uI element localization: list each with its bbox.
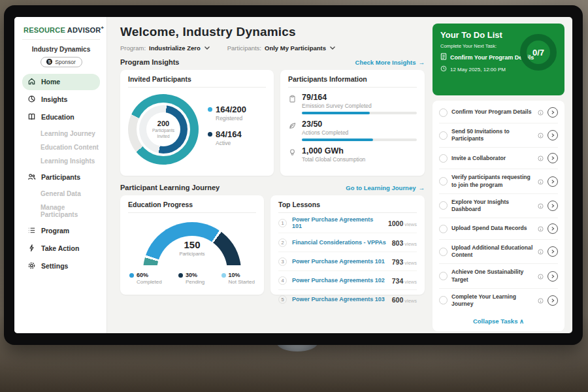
task-checkbox[interactable] [439, 248, 448, 256]
lesson-rank: 5 [278, 295, 287, 304]
sidebar-item-label: Program [41, 227, 69, 235]
info-icon[interactable] [538, 106, 544, 118]
sidebar-item-learning-insights[interactable]: Learning Insights [22, 154, 100, 168]
brand-secondary: ADVISOR [67, 26, 101, 34]
main-content: Welcome, Industry Dynamics Program: Indu… [107, 17, 433, 333]
gear-icon [27, 261, 36, 271]
info-icon[interactable] [538, 129, 544, 141]
views-suffix: views [404, 298, 417, 304]
lesson-rank: 2 [278, 238, 287, 247]
sidebar-item-general-data[interactable]: General Data [22, 187, 100, 201]
lesson-rank: 3 [278, 257, 287, 266]
sidebar-item-participants[interactable]: Participants [22, 169, 100, 186]
task-go-button[interactable] [547, 246, 558, 257]
learning-journey-header: Participant Learning Journey Go to Learn… [120, 184, 425, 191]
lesson-link[interactable]: Power Purchase Agreements 103 [292, 296, 387, 302]
info-icon[interactable] [538, 176, 544, 188]
sidebar-item-education-content[interactable]: Education Content [22, 140, 100, 154]
stat-value: 1,000 GWh [302, 146, 365, 155]
clock-icon [440, 65, 447, 73]
legend-registered: 164/200 Registered [208, 105, 246, 122]
task-checkbox[interactable] [439, 225, 448, 233]
task-checkbox[interactable] [439, 272, 448, 280]
task-go-button[interactable] [547, 130, 558, 140]
task-label: Verify participants requesting to join t… [451, 174, 534, 188]
task-go-button[interactable] [547, 201, 558, 211]
todo-task-list: Confirm Your Program Details Send 50 Inv… [433, 101, 564, 331]
brand-primary: RESOURCE [24, 26, 65, 34]
sidebar-item-learning-journey[interactable]: Learning Journey [22, 127, 100, 140]
lesson-link[interactable]: Power Purchase Agreements 102 [292, 277, 387, 284]
task-go-button[interactable] [547, 271, 558, 282]
arrow-right-icon: → [419, 59, 425, 66]
collapse-tasks-link[interactable]: Collapse Tasks ∧ [439, 312, 558, 329]
task-checkbox[interactable] [439, 108, 448, 117]
card-title: Top Lessons [278, 201, 417, 213]
task-go-button[interactable] [547, 107, 558, 118]
program-filter[interactable]: Program: Industrialize Zero [120, 44, 210, 52]
go-to-learning-journey-link[interactable]: Go to Learning Journey → [346, 184, 425, 191]
task-checkbox[interactable] [439, 177, 448, 186]
todo-due-time: 12 May 2025, 12:00 PM [450, 67, 506, 73]
lesson-link[interactable]: Financial Considerations - VPPAs [292, 239, 387, 246]
views-suffix: views [404, 221, 417, 227]
sidebar-item-settings[interactable]: Settings [22, 258, 100, 274]
sidebar-item-take-action[interactable]: Take Action [22, 240, 100, 257]
donut-center-value: 200 [157, 120, 169, 127]
info-icon[interactable] [538, 270, 544, 282]
task-label: Invite a Collaborator [451, 155, 534, 162]
todo-progress-ring: 0/7 [520, 34, 557, 71]
page-title: Welcome, Industry Dynamics [120, 25, 425, 39]
task-go-button[interactable] [547, 153, 558, 163]
sidebar-item-program[interactable]: Program [22, 223, 100, 239]
stat-value: 23/50 [302, 120, 417, 129]
org-name: Industry Dynamics [22, 46, 100, 53]
education-gauge-chart: 150 Participants [143, 222, 241, 265]
donut-center-label: Participants Invited [146, 128, 180, 139]
invited-participants-card: Invited Participants 200 Participants In… [120, 70, 274, 176]
task-go-button[interactable] [547, 176, 558, 187]
participants-filter-label: Participants: [227, 44, 261, 52]
info-icon[interactable] [538, 152, 544, 164]
sidebar-item-education[interactable]: Education [22, 109, 100, 125]
legend-dot-active [208, 132, 212, 137]
lesson-views: 1000 [388, 220, 403, 227]
legend-active: 84/164 Active [208, 129, 246, 146]
info-icon[interactable] [538, 223, 544, 235]
program-filter-label: Program: [120, 44, 146, 52]
info-icon[interactable] [538, 295, 544, 306]
info-icon[interactable] [538, 246, 544, 257]
check-more-insights-link[interactable]: Check More Insights → [355, 59, 425, 66]
info-icon[interactable] [538, 200, 544, 212]
participants-filter[interactable]: Participants: Only My Participants [227, 44, 336, 52]
task-go-button[interactable] [547, 223, 558, 234]
legend-pct: 60% [137, 272, 148, 278]
card-title: Invited Participants [128, 75, 266, 88]
task-checkbox[interactable] [439, 201, 448, 210]
top-lessons-card: Top Lessons 1 Power Purchase Agreements … [270, 195, 425, 295]
sidebar-item-home[interactable]: Home [22, 74, 100, 90]
todo-summary-card: Your To Do List Complete Your Next Task:… [433, 24, 564, 95]
dashboard-screen: RESOURCE ADVISOR+ Industry Dynamics S Sp… [14, 17, 572, 333]
sidebar-item-manage-participants[interactable]: Manage Participants [22, 201, 100, 221]
todo-task-row: Complete Your Learning Journey [439, 289, 558, 312]
sidebar-item-label: Participants [41, 173, 80, 181]
collapse-label: Collapse Tasks [473, 318, 517, 325]
sidebar-item-insights[interactable]: Insights [22, 91, 100, 108]
education-progress-card: Education Progress 150 Participants 60% … [120, 195, 264, 295]
task-checkbox[interactable] [439, 296, 448, 304]
chevron-down-icon [329, 44, 336, 52]
legend-label: Not Started [229, 279, 255, 285]
program-insights-title: Program Insights [120, 58, 179, 66]
progress-bar-emission [302, 112, 417, 114]
lesson-rank: 4 [278, 276, 287, 285]
sponsor-badge: S Sponsor [41, 57, 82, 67]
legend-dot-not-started [221, 273, 226, 278]
task-checkbox[interactable] [439, 154, 448, 163]
lesson-link[interactable]: Power Purchase Agreements 101 [292, 258, 387, 265]
lesson-link[interactable]: Power Purchase Agreements 101 [292, 216, 383, 229]
task-checkbox[interactable] [439, 131, 448, 140]
sidebar: RESOURCE ADVISOR+ Industry Dynamics S Sp… [14, 17, 107, 333]
task-go-button[interactable] [547, 295, 558, 306]
sponsor-label: Sponsor [55, 59, 76, 65]
